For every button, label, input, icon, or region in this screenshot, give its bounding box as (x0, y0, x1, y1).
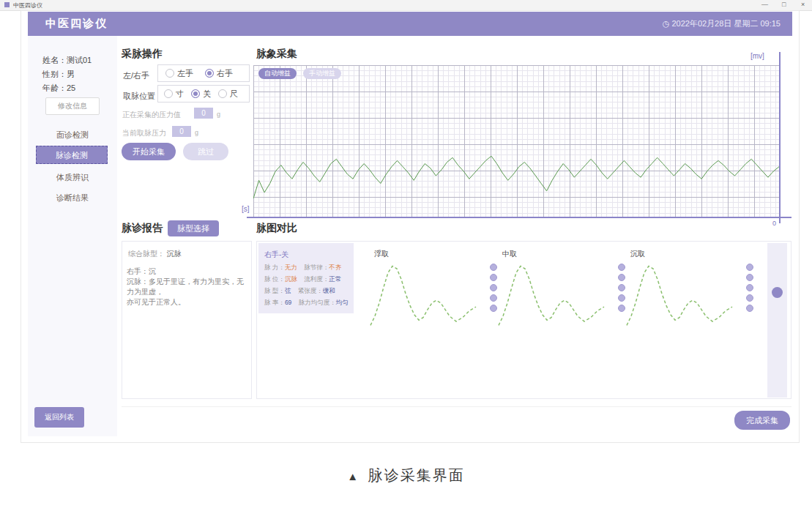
attr-value: 正常 (329, 275, 341, 283)
app-icon (4, 2, 10, 7)
radio-circle-icon[interactable] (191, 89, 200, 98)
hand-label: 左/右手 (123, 70, 149, 81)
mini-chart-label-middle: 中取 (502, 249, 517, 259)
patient-name: 姓名：测试01 (42, 55, 92, 66)
position-label: 取脉位置 (123, 91, 155, 102)
sidebar-item-face[interactable]: 面诊检测 (28, 130, 117, 141)
manual-gain-button[interactable]: 手动增益 (303, 68, 341, 79)
app-window: 中医四诊仪 ◷ 2022年02月28日 星期二 09:15 姓名：测试01 性别… (21, 10, 800, 443)
y-axis-line (779, 52, 781, 223)
attr-value: 69 (285, 299, 291, 306)
radio-right-hand-label: 右手 (217, 68, 233, 79)
radio-cun[interactable]: 寸 (164, 89, 184, 100)
pressure-now-label: 正在采集的压力值 (122, 110, 181, 120)
caption-marker: ▲ (347, 470, 358, 482)
start-acquisition-button[interactable]: 开始采集 (122, 143, 176, 160)
radio-chi[interactable]: 尺 (218, 89, 238, 100)
pulse-waveform-chart: 自动增益 手动增益 (253, 65, 779, 217)
mini-pulse-chart-deep (625, 261, 734, 330)
attributes-panel-title: 右手-关 (264, 250, 288, 260)
compare-more-button[interactable] (772, 287, 783, 298)
position-option-group: 寸 关 尺 (157, 85, 250, 102)
bottom-divider (122, 406, 791, 407)
attr-label: 流利度： (304, 275, 329, 283)
summary-label: 综合脉型： (128, 250, 165, 258)
chart-tool-button[interactable] (746, 274, 753, 281)
attr-label: 脉力均匀度： (299, 299, 336, 306)
pulse-waveform (253, 65, 779, 217)
comparison-panel: 右手-关 脉 力：无力 脉节律：不齐 脉 位：沉脉 流利度：正常 脉 型：弦 紧… (256, 241, 791, 399)
x-axis-unit-label: [s] (242, 205, 250, 213)
chart-tool-button[interactable] (746, 294, 753, 302)
attr-label: 紧张度： (298, 287, 323, 294)
chart-tool-button[interactable] (746, 264, 753, 271)
report-line: 右手：沉 (127, 266, 248, 277)
mini-chart-label-floating: 浮取 (374, 249, 389, 259)
radio-guan[interactable]: 关 (191, 89, 211, 100)
radio-circle-icon[interactable] (165, 69, 174, 78)
pressure-now-value: 0 (194, 108, 213, 119)
minimize-button[interactable]: — (761, 1, 768, 8)
chart-tool-button[interactable] (746, 284, 753, 291)
back-to-list-button[interactable]: 返回列表 (34, 407, 84, 428)
axis-origin-label: 0 (772, 220, 776, 227)
sidebar-item-constitution[interactable]: 体质辨识 (28, 172, 117, 183)
mini-chart-label-deep: 沉取 (630, 249, 645, 259)
attr-label: 脉节律： (304, 264, 329, 271)
app-header: 中医四诊仪 ◷ 2022年02月28日 星期二 09:15 (28, 12, 792, 36)
skip-button[interactable]: 跳过 (183, 143, 228, 160)
finish-acquisition-button[interactable]: 完成采集 (734, 411, 790, 430)
y-axis-unit-label: [mv] (750, 52, 764, 60)
window-titlebar: 中医四诊仪 — □ × (0, 0, 812, 11)
radio-left-hand[interactable]: 左手 (165, 68, 193, 79)
chart-tool-button[interactable] (746, 305, 753, 312)
header-datetime: ◷ 2022年02月28日 星期二 09:15 (663, 18, 781, 29)
sidebar-item-pulse[interactable]: 脉诊检测 (36, 146, 108, 164)
comparison-side-strip (767, 243, 787, 398)
close-button[interactable]: × (801, 1, 805, 8)
operation-title: 采脉操作 (122, 48, 163, 61)
edit-info-button[interactable]: 修改信息 (45, 97, 100, 115)
attr-value: 弦 (285, 287, 291, 294)
radio-circle-icon[interactable] (205, 69, 214, 78)
acquisition-title: 脉象采集 (256, 48, 297, 61)
chart-tools-deep (746, 264, 753, 315)
window-title: 中医四诊仪 (13, 1, 42, 10)
mini-pulse-chart-floating (368, 261, 478, 330)
radio-circle-icon[interactable] (218, 89, 227, 98)
attr-value: 无力 (285, 264, 297, 271)
radio-circle-icon[interactable] (164, 89, 173, 98)
pulse-type-select-button[interactable]: 脉型选择 (168, 220, 219, 236)
figure-caption: ▲ 脉诊采集界面 (0, 466, 812, 485)
attr-label: 脉 位： (264, 275, 285, 283)
radio-cun-label: 寸 (176, 89, 184, 100)
attr-label: 脉 率： (264, 299, 285, 306)
patient-gender: 性别：男 (42, 69, 75, 80)
attr-value: 均匀 (336, 299, 349, 306)
pressure-set-label: 当前取脉压力 (122, 128, 166, 138)
hand-option-group: 左手 右手 (157, 64, 250, 82)
sidebar-item-result[interactable]: 诊断结果 (28, 193, 117, 204)
sidebar: 姓名：测试01 性别：男 年龄：25 修改信息 面诊检测 脉诊检测 体质辨识 诊… (28, 36, 117, 436)
attr-label: 脉 型： (264, 287, 285, 294)
mini-pulse-chart-middle (496, 261, 606, 330)
pressure-now-unit: g (217, 111, 220, 118)
auto-gain-button[interactable]: 自动增益 (258, 68, 297, 79)
radio-guan-label: 关 (203, 89, 211, 100)
report-title: 脉诊报告 (122, 222, 163, 235)
summary-value: 沉脉 (167, 250, 182, 258)
maximize-button[interactable]: □ (782, 1, 786, 8)
report-line: 沉脉：多见于里证，有力为里实，无力为里虚， (127, 277, 248, 297)
pressure-set-unit: g (195, 129, 198, 136)
radio-right-hand[interactable]: 右手 (205, 68, 233, 79)
attr-value: 沉脉 (285, 275, 297, 283)
attr-label: 脉 力： (264, 264, 285, 271)
page-title: 中医四诊仪 (45, 17, 108, 31)
radio-chi-label: 尺 (230, 89, 238, 100)
attr-value: 不齐 (329, 264, 341, 271)
pulse-attributes-panel: 右手-关 脉 力：无力 脉节律：不齐 脉 位：沉脉 流利度：正常 脉 型：弦 紧… (258, 243, 354, 313)
x-axis-line (247, 217, 791, 218)
report-line: 亦可见于正常人。 (127, 297, 248, 307)
comparison-title: 脉图对比 (256, 222, 297, 235)
datetime-text: 2022年02月28日 星期二 09:15 (671, 19, 781, 28)
